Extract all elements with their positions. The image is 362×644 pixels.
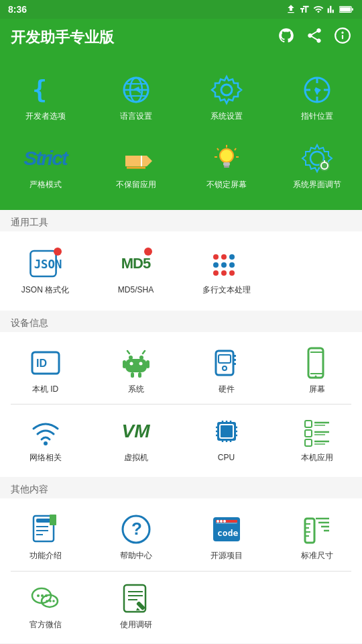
header-actions <box>278 27 351 48</box>
time-display: 8:36 <box>8 4 27 15</box>
svg-point-105 <box>217 520 219 523</box>
json-badge <box>54 248 62 256</box>
help-icon-wrap: ? <box>119 512 154 547</box>
md5-item[interactable]: MD5 MD5/SHA <box>90 241 181 301</box>
local-apps-item[interactable]: 本机应用 <box>272 409 362 469</box>
svg-point-107 <box>223 520 226 523</box>
hardware-item[interactable]: 硬件 <box>181 340 272 400</box>
standard-size-item[interactable]: 标准尺寸 <box>272 506 362 567</box>
signal-icon <box>327 4 337 15</box>
svg-marker-130 <box>136 608 140 610</box>
svg-point-40 <box>213 262 219 268</box>
svg-point-41 <box>221 262 227 268</box>
multiline-icon-wrap <box>209 246 244 281</box>
survey-item[interactable]: 使用调研 <box>90 576 181 636</box>
cpu-label: CPU <box>218 453 235 464</box>
other-grid: 功能介绍 ? 帮助中心 <box>0 498 362 643</box>
svg-point-37 <box>213 254 219 260</box>
top-green-section: { } 开发者选项 语言设置 <box>0 56 362 210</box>
dev-options-item[interactable]: { } 开发者选项 <box>0 67 90 127</box>
standard-size-label: 标准尺寸 <box>301 551 333 561</box>
system-item[interactable]: 系统 <box>90 340 181 400</box>
gear-icon <box>210 74 243 106</box>
pointer-position-item[interactable]: 指针位置 <box>272 67 362 127</box>
opensource-item[interactable]: code 开源项目 <box>181 506 272 567</box>
strict-label: 严格模式 <box>29 180 62 191</box>
system-settings-icon-wrap <box>209 72 244 107</box>
json-format-item[interactable]: JSON JSON 格式化 <box>0 241 90 301</box>
help-center-item[interactable]: ? 帮助中心 <box>90 506 181 567</box>
multiline-item[interactable]: 多行文本处理 <box>181 241 272 301</box>
device-info-header: 设备信息 <box>0 311 362 332</box>
pointer-icon <box>301 74 333 106</box>
hardware-icon-wrap <box>209 345 244 380</box>
svg-point-69 <box>44 441 48 445</box>
svg-line-54 <box>143 351 145 354</box>
device-id-item[interactable]: ID 本机 ID <box>0 340 90 400</box>
wechat-label: 官方微信 <box>29 620 62 631</box>
screen-item[interactable]: 屏幕 <box>272 340 362 400</box>
svg-text:{ }: { } <box>32 75 62 104</box>
pointer-icon-wrap <box>300 72 335 107</box>
svg-rect-56 <box>146 360 149 368</box>
vm-icon-wrap: VM <box>119 414 154 449</box>
bulb-icon <box>210 142 243 174</box>
multiline-icon <box>209 246 244 281</box>
svg-rect-94 <box>36 519 51 523</box>
network-item[interactable]: 网络相关 <box>0 409 90 469</box>
strict-text-icon: Strict <box>23 147 67 170</box>
wechat-icon-wrap <box>28 581 63 616</box>
survey-icon <box>119 581 154 616</box>
wifi-status-icon <box>312 4 324 15</box>
code-icon-wrap: code <box>209 512 244 547</box>
wechat-icon <box>28 581 63 616</box>
no-keep-app-item[interactable]: 不保留应用 <box>90 136 181 196</box>
book-icon <box>28 512 63 547</box>
cpu-item[interactable]: CPU <box>181 409 272 469</box>
github-svg <box>278 27 295 44</box>
strict-mode-item[interactable]: Strict 严格模式 <box>0 136 90 196</box>
system-ui-icon <box>301 142 333 174</box>
tools-row: JSON JSON 格式化 MD5 MD5/SHA <box>0 235 362 307</box>
font-icon <box>299 4 310 15</box>
svg-text:ID: ID <box>36 358 47 369</box>
svg-point-61 <box>223 366 227 370</box>
system-settings-item[interactable]: 系统设置 <box>181 67 272 127</box>
no-lock-screen-item[interactable]: 不锁定屏幕 <box>181 136 272 196</box>
share-icon[interactable] <box>306 27 323 48</box>
svg-text:?: ? <box>131 519 142 539</box>
svg-point-23 <box>220 149 233 162</box>
help-icon: ? <box>119 512 154 547</box>
md5-label: MD5/SHA <box>118 285 154 296</box>
svg-rect-62 <box>233 355 236 357</box>
github-icon[interactable] <box>278 27 295 48</box>
no-lock-label: 不锁定屏幕 <box>206 180 247 191</box>
apps-icon-wrap <box>300 414 335 449</box>
screen-icon <box>300 345 335 380</box>
language-label: 语言设置 <box>120 111 152 122</box>
vm-text-icon: VM <box>122 421 150 442</box>
eraser-icon-wrap <box>119 141 154 176</box>
features-label: 功能介绍 <box>29 551 62 561</box>
dev-options-label: 开发者选项 <box>25 111 66 122</box>
hardware-icon <box>209 345 244 380</box>
language-settings-item[interactable]: 语言设置 <box>90 67 181 127</box>
dev-options-icon-wrap: { } <box>28 72 63 107</box>
svg-rect-1 <box>340 7 351 12</box>
battery-icon <box>339 5 354 14</box>
svg-text:JSON: JSON <box>34 258 62 271</box>
svg-rect-50 <box>125 359 147 372</box>
system-ui-item[interactable]: 系统界面调节 <box>272 136 362 196</box>
curly-braces-icon: { } <box>29 74 62 106</box>
system-label: 系统 <box>128 384 144 395</box>
screen-icon-wrap <box>300 345 335 380</box>
cpu-icon-wrap <box>209 414 244 449</box>
vm-item[interactable]: VM 虚拟机 <box>90 409 181 469</box>
svg-rect-64 <box>233 363 236 365</box>
svg-point-43 <box>213 270 219 276</box>
features-intro-item[interactable]: 功能介绍 <box>0 506 90 567</box>
wechat-item[interactable]: 官方微信 <box>0 576 90 636</box>
info-icon[interactable] <box>334 27 351 48</box>
pointer-label: 指针位置 <box>301 111 333 122</box>
android-icon-wrap <box>119 345 154 380</box>
